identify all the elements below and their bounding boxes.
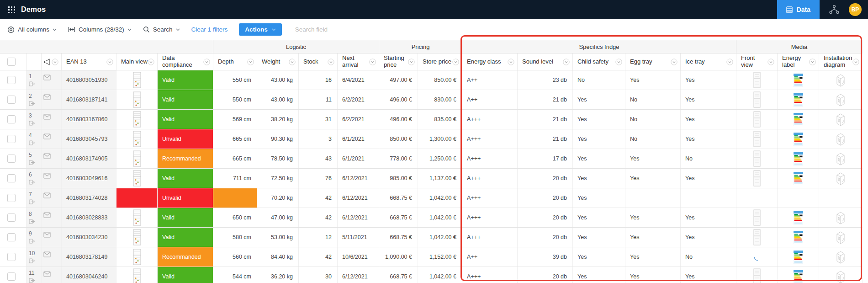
column-header-energy-label[interactable]: Energy label — [778, 53, 819, 70]
cell-energy[interactable]: A+++ — [462, 110, 518, 129]
cell-stprice[interactable]: 1,300.00 € — [418, 129, 462, 149]
cell-energy[interactable]: A+++ — [462, 169, 518, 188]
row-checkbox[interactable] — [7, 214, 16, 222]
cell-msg[interactable] — [42, 129, 62, 149]
cell-energy[interactable]: A+++ — [462, 149, 518, 168]
cell-egg[interactable]: Yes — [625, 267, 681, 283]
cell-weight[interactable]: 70.20 kg — [257, 188, 299, 208]
cell-ice[interactable]: No — [681, 247, 736, 267]
cell-stprice[interactable]: 830.00 € — [418, 90, 462, 109]
cell-sprice[interactable]: 668.75 € — [379, 208, 418, 227]
cell-ice[interactable]: Yes — [681, 110, 736, 129]
table-row[interactable]: 114016803046240Valid544 cm36.20 kg306/12… — [0, 267, 863, 283]
cell-elabel[interactable] — [778, 90, 819, 109]
cell-weight[interactable]: 43.00 kg — [257, 70, 299, 90]
cell-stprice[interactable]: 1,042.00 € — [418, 267, 462, 283]
row-checkbox[interactable] — [7, 272, 16, 281]
cell-stock[interactable]: 30 — [299, 267, 338, 283]
column-header-data-compliance[interactable]: Data compliance — [158, 53, 213, 70]
cell-sound[interactable]: 23 db — [518, 70, 573, 90]
cell-main[interactable] — [116, 247, 158, 267]
cell-weight[interactable]: 78.50 kg — [257, 149, 299, 168]
cell-ice[interactable]: Yes — [681, 129, 736, 149]
cell-energy[interactable]: A+++ — [462, 188, 518, 208]
cell-sprice[interactable]: 497.00 € — [379, 70, 418, 90]
cell-arr[interactable]: 6/2/2021 — [338, 110, 379, 129]
cell-comp[interactable]: Valid — [158, 208, 213, 227]
cell-elabel[interactable] — [778, 169, 819, 188]
cell-energy[interactable]: A++ — [462, 90, 518, 109]
cell-msg[interactable] — [42, 188, 62, 208]
cell-sound[interactable]: 17 db — [518, 149, 573, 168]
cell-sprice[interactable]: 668.75 € — [379, 228, 418, 247]
cell-egg[interactable]: No — [625, 90, 681, 109]
cell-msg[interactable] — [42, 70, 62, 90]
cell-check[interactable] — [0, 169, 26, 188]
cell-weight[interactable]: 72.50 kg — [257, 169, 299, 188]
cell-sound[interactable]: 21 db — [518, 90, 573, 109]
cell-ean[interactable]: 4016803028833 — [62, 208, 116, 227]
cell-energy[interactable]: A+++ — [462, 267, 518, 283]
cell-msg[interactable] — [42, 169, 62, 188]
cell-num[interactable]: 7 — [26, 188, 42, 208]
table-row[interactable]: 54016803174905Recommanded665 cm78.50 kg4… — [0, 149, 863, 169]
cell-main[interactable] — [116, 267, 158, 283]
cell-stock[interactable]: 12 — [299, 228, 338, 247]
cell-ean[interactable]: 4016803174028 — [62, 188, 116, 208]
cell-child[interactable]: Yes — [573, 208, 625, 227]
cell-sprice[interactable]: 496.00 € — [379, 90, 418, 109]
cell-front[interactable] — [736, 247, 778, 267]
cell-sound[interactable]: 20 db — [518, 188, 573, 208]
cell-comp[interactable]: Unvalid — [158, 188, 213, 208]
comments-column-header[interactable] — [42, 53, 62, 70]
cell-num[interactable]: 2 — [26, 90, 42, 109]
column-header-energy-class[interactable]: Energy class — [462, 53, 518, 70]
cell-ice[interactable]: Yes — [681, 70, 736, 90]
cell-stprice[interactable]: 1,042.00 € — [418, 228, 462, 247]
cell-install[interactable] — [819, 188, 863, 208]
column-header-depth[interactable]: Depth — [213, 53, 257, 70]
cell-ean[interactable]: 4016803187141 — [62, 90, 116, 109]
cell-ice[interactable]: No — [681, 149, 736, 168]
table-row[interactable]: 84016803028833Valid650 cm47.00 kg426/12/… — [0, 208, 863, 228]
search-input[interactable] — [294, 26, 374, 33]
column-header-front-view[interactable]: Front view — [736, 53, 778, 70]
cell-egg[interactable]: Yes — [625, 208, 681, 227]
cell-stprice[interactable]: 835.00 € — [418, 110, 462, 129]
cell-stprice[interactable]: 1,152.00 € — [418, 247, 462, 267]
app-grid-icon[interactable] — [8, 6, 15, 13]
cell-stock[interactable]: 42 — [299, 188, 338, 208]
cell-sound[interactable]: 20 db — [518, 228, 573, 247]
columns-menu[interactable]: Columns (28/32) — [68, 26, 132, 33]
row-checkbox[interactable] — [7, 253, 16, 261]
cell-num[interactable]: 6 — [26, 169, 42, 188]
cell-stock[interactable]: 31 — [299, 110, 338, 129]
cell-front[interactable] — [736, 169, 778, 188]
column-header-ice-tray[interactable]: Ice tray — [681, 53, 736, 70]
cell-sprice[interactable]: 985.00 € — [379, 169, 418, 188]
column-header-next-arrival[interactable]: Next arrival — [338, 53, 379, 70]
cell-main[interactable] — [116, 129, 158, 149]
clear-filters-link[interactable]: Clear 1 filters — [191, 26, 228, 33]
cell-elabel[interactable] — [778, 208, 819, 227]
table-row[interactable]: 94016803034230Valid580 cm53.00 kg125/11/… — [0, 228, 863, 247]
cell-ean[interactable]: 4016803167860 — [62, 110, 116, 129]
search-menu[interactable]: Search — [143, 26, 180, 33]
cell-num[interactable]: 1 — [26, 70, 42, 90]
cell-elabel[interactable] — [778, 228, 819, 247]
cell-check[interactable] — [0, 267, 26, 283]
cell-num[interactable]: 11 — [26, 267, 42, 283]
row-checkbox[interactable] — [7, 115, 16, 123]
cell-sound[interactable]: 20 db — [518, 267, 573, 283]
select-all-header[interactable] — [0, 53, 26, 70]
cell-check[interactable] — [0, 90, 26, 109]
cell-ean[interactable]: 4016803034230 — [62, 228, 116, 247]
cell-depth[interactable]: 650 cm — [213, 208, 257, 227]
cell-check[interactable] — [0, 149, 26, 168]
cell-main[interactable] — [116, 208, 158, 227]
cell-ean[interactable]: 4016803049616 — [62, 169, 116, 188]
cell-depth[interactable]: 569 cm — [213, 110, 257, 129]
column-header-installation-diagram[interactable]: Installation diagram — [819, 53, 863, 70]
cell-stock[interactable]: 43 — [299, 149, 338, 168]
cell-energy[interactable]: A++ — [462, 70, 518, 90]
